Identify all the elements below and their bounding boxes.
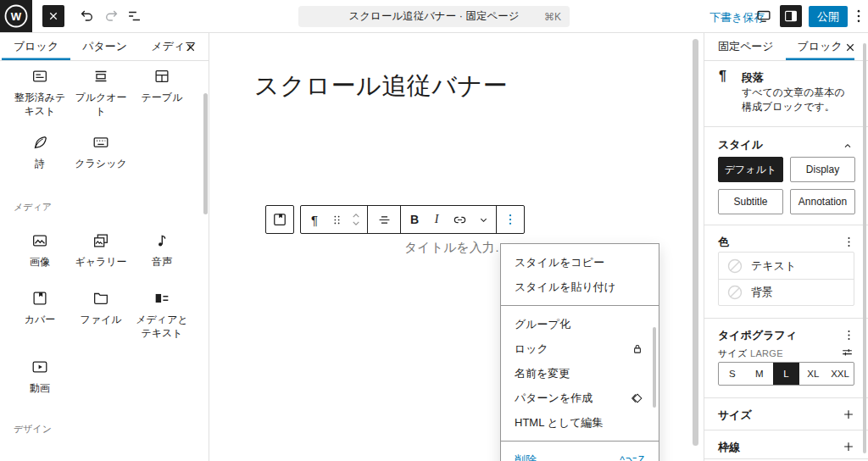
close-icon: [183, 40, 198, 55]
command-shortcut: ⌘K: [544, 11, 561, 23]
italic-button[interactable]: I: [426, 207, 447, 232]
menu-item-paste-styles[interactable]: スタイルを貼り付け: [501, 275, 659, 299]
divider: [704, 225, 868, 225]
list-view-button[interactable]: [124, 5, 146, 27]
menu-group-delete: 削除 ^⌥Z: [501, 441, 659, 461]
style-subtitle-button[interactable]: Subtitle: [718, 189, 783, 214]
font-size-settings-button[interactable]: [840, 345, 854, 359]
tab-blocks[interactable]: ブロック: [2, 33, 70, 60]
list-view-icon: [125, 7, 144, 25]
more-vertical-icon: [849, 7, 868, 25]
plus-icon: [841, 439, 856, 454]
editor-top-bar: W スクロール追従バナー · 固定ページ ⌘K 下書き保存: [0, 0, 868, 33]
block-inserter-panel: ブロック パターン メディア 整形済みテキスト プルクオート: [0, 33, 209, 461]
collapse-styles-button[interactable]: [841, 139, 854, 153]
link-button[interactable]: [447, 207, 472, 232]
block-mover[interactable]: [347, 207, 365, 232]
settings-sidebar-toggle[interactable]: [780, 5, 802, 27]
canvas-scrollbar[interactable]: [693, 39, 698, 446]
block-item-pullquote[interactable]: プルクオート: [70, 67, 131, 118]
menu-item-delete[interactable]: 削除 ^⌥Z: [501, 447, 659, 461]
block-item-media-text[interactable]: メディアとテキスト: [131, 289, 192, 340]
tab-patterns[interactable]: パターン: [70, 33, 139, 60]
drag-handle[interactable]: [326, 207, 347, 232]
paragraph-icon: ¶: [719, 69, 726, 84]
undo-icon: [78, 7, 97, 25]
dimensions-expand-button[interactable]: [841, 407, 856, 422]
paragraph-placeholder[interactable]: タイトルを入力…: [404, 240, 508, 256]
menu-item-label: パターンを作成: [515, 391, 593, 406]
chevron-up-icon: [841, 139, 854, 153]
inserter-toggle-button[interactable]: [42, 5, 64, 27]
color-options-button[interactable]: [842, 235, 856, 249]
menu-group-actions: グループ化 ロック 名前を変更 パターンを作成 HTML として編集: [501, 305, 659, 441]
block-item-cover[interactable]: カバー: [9, 289, 70, 340]
bold-button[interactable]: B: [403, 207, 426, 232]
font-size-segmented-control: S M L XL XXL: [718, 362, 854, 386]
options-menu-button[interactable]: [848, 5, 868, 27]
style-display-button[interactable]: Display: [790, 157, 855, 182]
align-center-icon: [376, 212, 392, 228]
font-size-m[interactable]: M: [746, 363, 773, 385]
menu-item-label: ロック: [515, 342, 548, 357]
block-item-label: ファイル: [80, 314, 121, 327]
style-default-button[interactable]: デフォルト: [718, 157, 783, 182]
more-formats-button[interactable]: [472, 207, 494, 232]
block-toolbar: ¶ B I: [300, 205, 525, 234]
menu-item-group[interactable]: グループ化: [501, 312, 659, 336]
font-size-xl[interactable]: XL: [799, 363, 826, 385]
block-item-label: 音声: [152, 256, 172, 269]
border-expand-button[interactable]: [841, 439, 856, 454]
settings-scrollbar[interactable]: [863, 43, 866, 453]
styles-panel-header[interactable]: スタイル: [718, 137, 763, 153]
menu-item-create-pattern[interactable]: パターンを作成: [501, 386, 659, 410]
font-size-l[interactable]: L: [773, 363, 800, 385]
inserter-close-button[interactable]: [181, 38, 200, 57]
menu-item-edit-html[interactable]: HTML として編集: [501, 410, 659, 435]
settings-close-button[interactable]: [841, 38, 860, 57]
menu-group-styles: スタイルをコピー スタイルを貼り付け: [501, 244, 659, 305]
media-blocks-grid-row2: カバー ファイル メディアとテキスト: [9, 289, 192, 340]
more-vertical-icon: [842, 235, 856, 249]
paragraph-block-button[interactable]: ¶: [303, 207, 326, 232]
media-text-icon: [153, 289, 171, 308]
redo-button[interactable]: [100, 5, 122, 27]
block-item-verse[interactable]: 詩: [9, 133, 70, 171]
menu-item-rename[interactable]: 名前を変更: [501, 361, 659, 386]
image-icon: [31, 231, 49, 250]
preview-button[interactable]: [753, 5, 775, 27]
undo-button[interactable]: [76, 5, 98, 27]
divider: [704, 318, 868, 319]
block-item-classic[interactable]: クラシック: [70, 133, 131, 171]
border-panel-header: 枠線: [718, 440, 740, 455]
block-item-preformatted[interactable]: 整形済みテキスト: [9, 67, 70, 118]
block-item-video[interactable]: 動画: [9, 358, 70, 396]
menu-item-copy-styles[interactable]: スタイルをコピー: [501, 250, 659, 275]
menu-scrollbar[interactable]: [653, 327, 656, 408]
more-vertical-icon: [503, 212, 518, 227]
select-parent-cover-button[interactable]: [265, 205, 294, 234]
menu-item-lock[interactable]: ロック: [501, 336, 659, 361]
media-blocks-grid: 画像 ギャラリー 音声: [9, 231, 192, 269]
block-item-file[interactable]: ファイル: [70, 289, 131, 340]
post-title-field[interactable]: スクロール追従バナー: [254, 69, 508, 103]
block-item-audio[interactable]: 音声: [131, 231, 192, 269]
tab-page[interactable]: 固定ページ: [706, 33, 786, 60]
block-item-gallery[interactable]: ギャラリー: [70, 231, 131, 269]
font-size-s[interactable]: S: [719, 363, 746, 385]
text-color-row[interactable]: テキスト: [719, 253, 854, 279]
typography-options-button[interactable]: [842, 328, 856, 342]
block-item-image[interactable]: 画像: [9, 231, 70, 269]
publish-button[interactable]: 公開: [809, 6, 848, 27]
block-options-button[interactable]: [498, 207, 522, 232]
background-color-row[interactable]: 背景: [719, 279, 854, 305]
wordpress-logo[interactable]: W: [0, 0, 32, 32]
preformatted-icon: [31, 67, 49, 86]
block-item-table[interactable]: テーブル: [131, 67, 192, 118]
align-text-button[interactable]: [370, 207, 398, 232]
document-command-bar[interactable]: スクロール追従バナー · 固定ページ ⌘K: [298, 6, 570, 27]
font-size-xxl[interactable]: XXL: [826, 363, 854, 385]
style-annotation-button[interactable]: Annotation: [790, 189, 855, 214]
inserter-scrollbar[interactable]: [203, 93, 208, 214]
menu-item-label: スタイルをコピー: [515, 255, 604, 270]
